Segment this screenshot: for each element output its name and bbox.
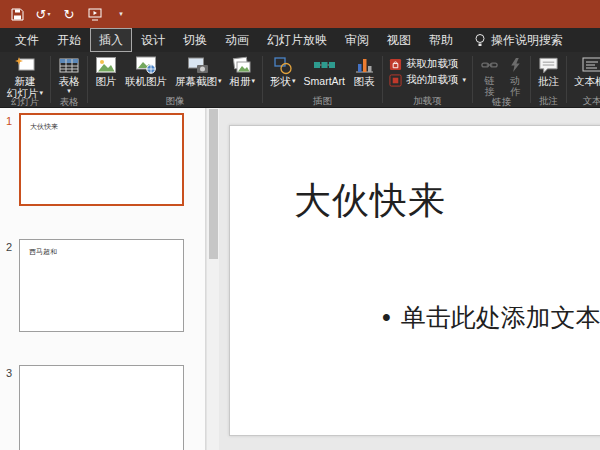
redo-button[interactable]: ↻ — [58, 3, 80, 25]
tab-home[interactable]: 开始 — [48, 28, 90, 52]
online-pictures-icon — [135, 55, 157, 75]
undo-icon: ↺ — [36, 8, 47, 21]
photo-album-button[interactable]: 相册▾ — [226, 54, 260, 89]
slide-canvas: 大伙快来 •单击此处添加文本 — [219, 108, 600, 450]
get-addins-button[interactable]: 获取加载项 — [386, 56, 462, 72]
ribbon-group-links: 链接 动作 链接 — [473, 52, 530, 107]
chart-icon — [353, 55, 375, 75]
my-addins-button[interactable]: 我的加载项 ▾ — [386, 72, 469, 88]
slide-editor[interactable]: 大伙快来 •单击此处添加文本 — [229, 125, 600, 436]
customize-qat-button[interactable]: ▾ — [110, 3, 132, 25]
pictures-icon — [95, 55, 117, 75]
shapes-icon — [273, 55, 293, 75]
chart-button[interactable]: 图表 — [349, 54, 379, 89]
tab-file[interactable]: 文件 — [6, 28, 48, 52]
bullet-marker: • — [382, 303, 391, 331]
table-button[interactable]: 表格 ▾ — [54, 54, 84, 96]
ribbon-group-comments: 批注 批注 — [531, 52, 566, 107]
group-label-comments: 批注 — [534, 94, 563, 107]
undo-caret-icon: ▾ — [47, 11, 50, 17]
comment-icon — [538, 55, 559, 75]
screenshot-icon — [187, 55, 209, 75]
comment-button[interactable]: 批注 — [534, 54, 563, 89]
slide-title-text[interactable]: 大伙快来 — [294, 176, 446, 226]
online-pictures-button[interactable]: 联机图片 — [121, 54, 171, 89]
tab-slideshow[interactable]: 幻灯片放映 — [258, 28, 336, 52]
redo-icon: ↻ — [64, 8, 75, 21]
smartart-icon — [313, 55, 335, 75]
link-button[interactable]: 链接 — [476, 54, 503, 98]
thumbnail-title-text: 大伙快来 — [30, 122, 58, 132]
save-button[interactable] — [6, 3, 28, 25]
thumbnail-row: 3 — [0, 365, 205, 450]
thumbnail-title-text: 西马超和 — [29, 247, 57, 257]
slide-number: 1 — [0, 113, 17, 206]
work-area: 1 大伙快来 2 西马超和 3 — [0, 108, 600, 450]
screenshot-button[interactable]: 屏幕截图▾ — [171, 54, 226, 89]
ribbon-tab-bar: 文件 开始 插入 设计 切换 动画 幻灯片放映 审阅 视图 帮助 操作说明搜索 — [0, 28, 600, 52]
titlebar: ↺ ▾ ↻ ▾ — [0, 0, 600, 28]
action-icon — [507, 55, 523, 75]
ribbon-group-slides: 新建 幻灯片▾ 幻灯片 — [0, 52, 50, 107]
slide-thumbnail-2[interactable]: 西马超和 — [19, 239, 184, 332]
my-addins-icon — [389, 74, 402, 87]
tab-view[interactable]: 视图 — [378, 28, 420, 52]
tab-insert[interactable]: 插入 — [90, 28, 132, 52]
tab-animations[interactable]: 动画 — [216, 28, 258, 52]
group-label-addins: 加载项 — [386, 94, 469, 107]
group-label-tables: 表格 — [54, 95, 84, 108]
thumbnail-row: 1 大伙快来 — [0, 113, 205, 206]
scrollbar-thumb[interactable] — [209, 109, 218, 259]
tell-me-label: 操作说明搜索 — [491, 32, 563, 49]
tab-design[interactable]: 设计 — [132, 28, 174, 52]
ribbon-group-text: 文本框▾ 文本 — [567, 52, 600, 107]
new-slide-button[interactable]: 新建 幻灯片▾ — [3, 54, 47, 100]
dropdown-caret-icon: ▾ — [67, 88, 71, 95]
smartart-button[interactable]: SmartArt — [300, 54, 349, 89]
new-slide-icon — [14, 55, 36, 75]
dropdown-caret-icon: ▾ — [218, 78, 222, 85]
slide-body-placeholder[interactable]: •单击此处添加文本 — [382, 301, 600, 334]
ribbon-group-illustrations: 形状▾ SmartArt 图表 插图 — [263, 52, 382, 107]
group-label-text: 文本 — [570, 94, 600, 107]
tab-review[interactable]: 审阅 — [336, 28, 378, 52]
shapes-button[interactable]: 形状▾ — [266, 54, 300, 89]
link-icon — [480, 55, 499, 75]
customize-qat-caret-icon: ▾ — [119, 11, 123, 18]
dropdown-caret-icon: ▾ — [292, 78, 296, 85]
lightbulb-icon — [474, 33, 486, 48]
action-button[interactable]: 动作 — [503, 54, 527, 98]
save-icon — [11, 8, 24, 21]
group-label-links: 链接 — [476, 95, 527, 108]
tab-help[interactable]: 帮助 — [420, 28, 462, 52]
text-box-button[interactable]: 文本框▾ — [570, 54, 600, 89]
slide-number: 3 — [0, 365, 17, 450]
thumbnail-row: 2 西马超和 — [0, 239, 205, 332]
ribbon: 新建 幻灯片▾ 幻灯片 表格 ▾ 表格 — [0, 52, 600, 108]
ribbon-group-images: 图片 联机图片 屏幕截图▾ — [88, 52, 262, 107]
undo-button[interactable]: ↺ ▾ — [32, 3, 54, 25]
tell-me-search[interactable]: 操作说明搜索 — [474, 28, 563, 52]
group-label-slides: 幻灯片 — [3, 95, 47, 108]
body-placeholder-text: 单击此处添加文本 — [401, 303, 600, 331]
table-icon — [58, 55, 80, 75]
group-label-illustrations: 插图 — [266, 94, 379, 107]
photo-album-icon — [231, 55, 253, 75]
slide-thumbnail-panel: 1 大伙快来 2 西马超和 3 — [0, 108, 206, 450]
group-label-images: 图像 — [91, 94, 259, 107]
ribbon-group-addins: 获取加载项 我的加载项 ▾ 加载项 — [383, 52, 472, 107]
text-box-icon — [581, 55, 600, 75]
start-slideshow-icon — [88, 8, 102, 21]
start-slideshow-button[interactable] — [84, 3, 106, 25]
thumbnail-scrollbar[interactable] — [206, 108, 219, 450]
get-addins-icon — [389, 58, 402, 71]
pictures-button[interactable]: 图片 — [91, 54, 121, 89]
ribbon-group-tables: 表格 ▾ 表格 — [51, 52, 87, 107]
slide-thumbnail-1[interactable]: 大伙快来 — [19, 113, 184, 206]
powerpoint-window: ↺ ▾ ↻ ▾ 文件 开始 插入 设计 切换 动画 幻灯片放映 审阅 视图 帮助… — [0, 0, 600, 450]
slide-number: 2 — [0, 239, 17, 332]
slide-thumbnail-3[interactable] — [19, 365, 184, 450]
dropdown-caret-icon: ▾ — [252, 78, 256, 85]
tab-transitions[interactable]: 切换 — [174, 28, 216, 52]
dropdown-caret-icon: ▾ — [462, 77, 466, 84]
